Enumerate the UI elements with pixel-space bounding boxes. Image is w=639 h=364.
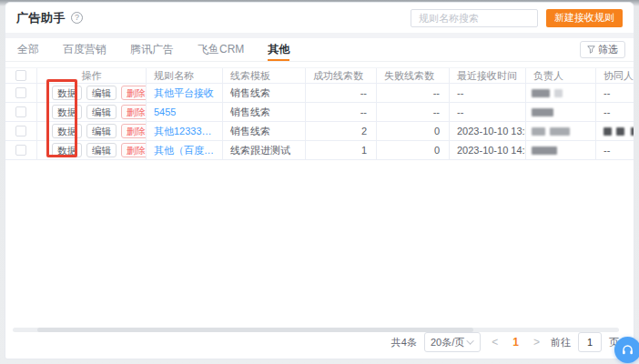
search-input[interactable] xyxy=(411,9,538,27)
fail-count: 0 xyxy=(377,122,450,141)
col-collaborator: 协同人 xyxy=(596,68,634,84)
table-row: 数据 编辑 删除 其他平台接收 销售线索 -- -- -- -- xyxy=(5,84,634,103)
success-count: 1 xyxy=(306,141,377,160)
table-row: 数据 编辑 删除 其他12333333333333... 销售线索 2 0 20… xyxy=(5,122,634,141)
col-fail: 失败线索数 xyxy=(377,68,450,84)
page-title: 广告助手 xyxy=(16,10,66,26)
owner-redacted-block xyxy=(532,147,557,155)
tab-4[interactable]: 其他 xyxy=(268,38,289,61)
row-checkbox[interactable] xyxy=(15,126,26,136)
rule-name-link[interactable]: 其他12333333333333... xyxy=(154,125,215,138)
data-button[interactable]: 数据 xyxy=(52,105,82,120)
owner-cell xyxy=(526,122,596,141)
funnel-icon xyxy=(587,46,595,54)
delete-button[interactable]: 删除 xyxy=(121,124,147,139)
headset-icon xyxy=(621,343,634,357)
col-rule-name: 规则名称 xyxy=(147,68,223,84)
collaborator-cell xyxy=(596,122,634,141)
edit-button[interactable]: 编辑 xyxy=(86,105,117,120)
collaborator-cell: -- xyxy=(596,84,634,103)
col-last-received: 最近接收时间 xyxy=(450,68,526,84)
collaborator-cell: -- xyxy=(596,103,634,122)
owner-cell xyxy=(526,103,596,122)
rules-table: 操作 规则名称 线索模板 成功线索数 失败线索数 最近接收时间 负责人 协同人 … xyxy=(5,67,634,160)
row-checkbox[interactable] xyxy=(15,145,26,156)
row-checkbox[interactable] xyxy=(15,87,26,98)
pagination: 共4条 20条/页 < 1 > 前往 页 xyxy=(391,332,619,352)
collaborator-avatar xyxy=(604,127,612,136)
template-cell: 销售线索 xyxy=(223,122,306,141)
delete-button[interactable]: 删除 xyxy=(121,86,147,101)
title-bar: 广告助手 ? 新建接收规则 xyxy=(5,3,634,34)
rule-name-link[interactable]: 其他平台接收 xyxy=(154,86,214,100)
delete-button[interactable]: 删除 xyxy=(121,143,147,158)
owner-redacted-block xyxy=(532,127,545,136)
edit-button[interactable]: 编辑 xyxy=(86,143,117,158)
current-page[interactable]: 1 xyxy=(509,336,522,349)
prev-page-button[interactable]: < xyxy=(488,336,502,349)
page-size-select[interactable]: 20条/页 xyxy=(424,332,481,352)
filter-label: 筛选 xyxy=(598,43,618,56)
last-received-time: -- xyxy=(450,103,526,122)
rule-name-link[interactable]: 5455 xyxy=(154,106,176,117)
owner-cell xyxy=(526,141,596,160)
table-body: 数据 编辑 删除 其他平台接收 销售线索 -- -- -- -- 数据 编辑 删… xyxy=(5,84,634,160)
filter-button[interactable]: 筛选 xyxy=(580,41,625,58)
main-panel: 广告助手 ? 新建接收规则 全部百度营销腾讯广告飞鱼CRM其他 筛选 操作 规则… xyxy=(5,2,634,359)
last-received-time: 2023-10-10 14:52 xyxy=(450,141,526,160)
owner-redacted-block xyxy=(550,127,570,136)
owner-redacted-block xyxy=(532,108,553,116)
last-received-time: 2023-10-10 13:53 xyxy=(450,122,526,141)
select-all-checkbox[interactable] xyxy=(15,70,26,81)
owner-redacted-block xyxy=(532,89,550,97)
delete-button[interactable]: 删除 xyxy=(121,105,147,120)
rule-name-link[interactable]: 其他（百度）-1234 xyxy=(154,144,215,157)
col-template: 线索模板 xyxy=(223,68,306,84)
next-page-button[interactable]: > xyxy=(530,336,543,349)
template-cell: 销售线索 xyxy=(223,84,306,103)
page-size-value: 20条/页 xyxy=(431,336,464,349)
table-row: 数据 编辑 删除 其他（百度）-1234 线索跟进测试 1 0 2023-10-… xyxy=(5,141,634,160)
owner-redacted-block xyxy=(554,89,563,97)
template-cell: 线索跟进测试 xyxy=(223,141,306,160)
fail-count: -- xyxy=(377,84,450,103)
collaborator-avatars xyxy=(604,122,626,140)
fail-count: 0 xyxy=(377,141,450,160)
col-success: 成功线索数 xyxy=(306,68,377,84)
owner-cell xyxy=(526,84,596,103)
data-button[interactable]: 数据 xyxy=(52,143,82,158)
tab-2[interactable]: 腾讯广告 xyxy=(130,38,174,61)
edit-button[interactable]: 编辑 xyxy=(86,124,117,139)
data-button[interactable]: 数据 xyxy=(52,124,82,139)
goto-label: 前往 xyxy=(551,336,571,349)
goto-page-input[interactable] xyxy=(578,332,602,352)
help-icon[interactable]: ? xyxy=(71,12,83,24)
success-count: -- xyxy=(306,84,377,103)
collaborator-avatar xyxy=(616,127,624,136)
last-received-time: -- xyxy=(450,84,526,103)
tab-3[interactable]: 飞鱼CRM xyxy=(198,38,244,61)
row-checkbox[interactable] xyxy=(15,106,26,117)
tab-1[interactable]: 百度营销 xyxy=(63,38,106,61)
collaborator-cell: -- xyxy=(596,141,634,160)
col-owner: 负责人 xyxy=(526,68,596,84)
table-header: 操作 规则名称 线索模板 成功线索数 失败线索数 最近接收时间 负责人 协同人 xyxy=(5,67,634,84)
template-cell: 销售线索 xyxy=(223,103,306,122)
table-row: 数据 编辑 删除 5455 销售线索 -- -- -- -- xyxy=(5,103,634,122)
col-actions: 操作 xyxy=(37,68,147,84)
data-button[interactable]: 数据 xyxy=(52,86,82,101)
total-count: 共4条 xyxy=(391,336,417,349)
success-count: 2 xyxy=(306,122,377,141)
tab-0[interactable]: 全部 xyxy=(17,38,39,61)
tab-bar: 全部百度营销腾讯广告飞鱼CRM其他 筛选 xyxy=(5,38,634,62)
chevron-down-icon xyxy=(467,337,474,344)
success-count: -- xyxy=(306,103,377,122)
create-rule-button[interactable]: 新建接收规则 xyxy=(546,9,623,27)
fail-count: -- xyxy=(377,103,450,122)
support-bubble-button[interactable] xyxy=(614,337,639,363)
edit-button[interactable]: 编辑 xyxy=(86,86,117,101)
